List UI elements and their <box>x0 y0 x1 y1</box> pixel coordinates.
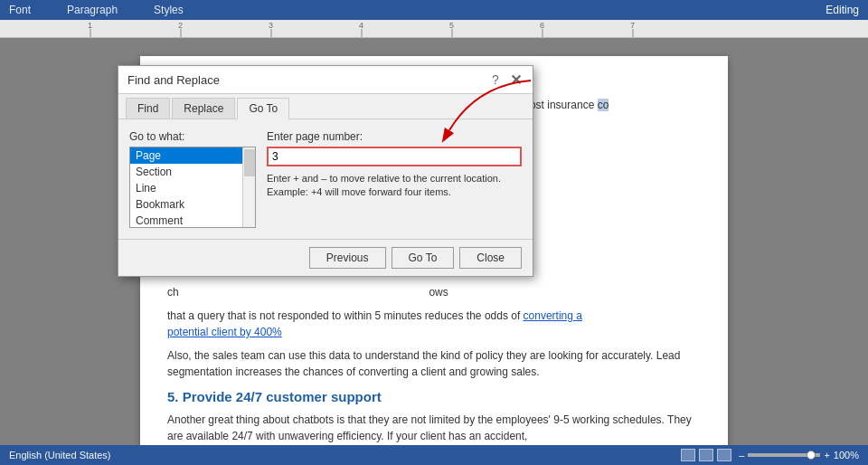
reading-view-icon[interactable] <box>717 449 731 461</box>
zoom-slider[interactable] <box>748 453 820 457</box>
print-layout-icon[interactable] <box>681 449 695 461</box>
ribbon-font[interactable]: Font <box>9 4 31 16</box>
goto-list-item-comment[interactable]: Comment <box>130 213 255 228</box>
zoom-controls: – + 100% <box>739 450 859 460</box>
zoom-in-icon[interactable]: + <box>824 450 829 460</box>
goto-list-item-page[interactable]: Page <box>130 147 255 164</box>
paragraph-11: Another great thing about chatbots is th… <box>167 412 701 444</box>
status-bar: English (United States) – + 100% <box>0 445 868 465</box>
document-area: 3. 3. Provide insurance quotations Chatb… <box>0 38 868 463</box>
ribbon: Font Paragraph Styles Editing <box>0 0 868 20</box>
goto-list-item-line[interactable]: Line <box>130 180 255 196</box>
goto-button[interactable]: Go To <box>392 247 455 269</box>
svg-text:2: 2 <box>178 21 183 30</box>
ribbon-paragraph[interactable]: Paragraph <box>67 4 118 16</box>
ribbon-editing: Editing <box>826 4 859 16</box>
goto-hint: Enter + and – to move relative to the cu… <box>267 172 522 200</box>
paragraph-10: Also, the sales team can use this data t… <box>167 347 701 380</box>
goto-left-panel: Go to what: Page Section Line Bookmark C… <box>129 130 256 228</box>
paragraph-8: ch ows <box>167 284 701 300</box>
zoom-out-icon[interactable]: – <box>739 450 744 460</box>
dialog-content: Go to what: Page Section Line Bookmark C… <box>118 119 533 239</box>
web-layout-icon[interactable] <box>699 449 713 461</box>
red-arrow-annotation <box>404 76 549 148</box>
close-button[interactable]: Close <box>459 247 522 269</box>
view-icons <box>681 449 731 461</box>
goto-what-label: Go to what: <box>129 130 256 143</box>
zoom-percent: 100% <box>834 450 859 460</box>
tab-find[interactable]: Find <box>126 98 170 119</box>
goto-list-item-bookmark[interactable]: Bookmark <box>130 196 255 213</box>
ribbon-sections: Font Paragraph Styles <box>9 4 184 16</box>
zoom-slider-thumb <box>807 451 816 460</box>
goto-list-item-section[interactable]: Section <box>130 164 255 180</box>
page-number-input[interactable] <box>267 147 522 166</box>
goto-listbox[interactable]: Page Section Line Bookmark Comment Footn… <box>129 147 256 228</box>
ruler: 1 2 3 4 5 6 7 <box>0 20 868 38</box>
status-right: – + 100% <box>681 449 859 461</box>
svg-text:7: 7 <box>630 21 635 30</box>
find-replace-dialog: Find and Replace ? ✕ Find Replace Go To … <box>118 65 533 277</box>
doc-link[interactable]: converting apotential client by 400% <box>167 309 582 338</box>
tab-goto[interactable]: Go To <box>237 98 289 119</box>
listbox-scrollbar[interactable] <box>242 147 255 227</box>
svg-text:3: 3 <box>269 21 273 30</box>
paragraph-9: that a query that is not responded to wi… <box>167 308 701 340</box>
svg-text:4: 4 <box>359 21 363 30</box>
heading-5-text: Provide 24/7 customer support <box>183 389 382 404</box>
ribbon-styles[interactable]: Styles <box>154 4 184 16</box>
svg-text:5: 5 <box>449 21 454 30</box>
goto-right-panel: Enter page number: Enter + and – to move… <box>267 130 522 228</box>
tab-replace[interactable]: Replace <box>172 98 235 119</box>
previous-button[interactable]: Previous <box>309 247 386 269</box>
svg-text:6: 6 <box>540 21 544 30</box>
dialog-title: Find and Replace <box>127 73 220 87</box>
language-indicator: English (United States) <box>9 450 111 460</box>
heading-5: 5. Provide 24/7 customer support <box>167 389 701 404</box>
svg-text:1: 1 <box>88 21 92 30</box>
dialog-buttons: Previous Go To Close <box>118 239 533 276</box>
